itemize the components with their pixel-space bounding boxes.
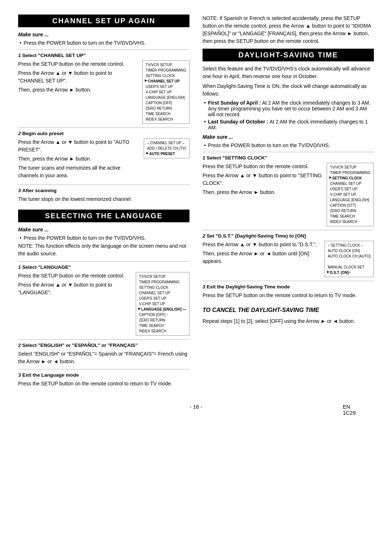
language-step1: 1 Select "LANGUAGE" Press the SETUP butt… (18, 261, 189, 336)
language-step1-body: Press the SETUP button on the remote con… (18, 272, 189, 336)
language-header: SELECTING THE LANGUAGE (18, 210, 189, 222)
channel-step2-text: Press the Arrow ▲ or ▼ button to point t… (18, 138, 140, 181)
daylight-step1-menu: TV/VCR SETUP TIMER PROGRAMMING SETTING C… (327, 163, 374, 226)
language-step1-title: 1 Select "LANGUAGE" (18, 264, 189, 270)
daylight-step1-title: 1 Select "SETTING CLOCK" (203, 155, 374, 161)
channel-setup-header: CHANNEL SET UP AGAIN (18, 15, 189, 27)
daylight-step1: 1 Select "SETTING CLOCK" Press the SETUP… (203, 152, 374, 226)
cancel-title: TO CANCEL THE DAYLIGHT-SAVING TIME (203, 306, 374, 315)
left-column: CHANNEL SET UP AGAIN Make sure ... Press… (18, 15, 189, 389)
language-note: NOTE: This function effects only the lan… (18, 242, 189, 258)
channel-step1-title: 1 Select "CHANNEL SET UP" (18, 53, 189, 58)
daylight-step2-body: Press the Arrow ▲ or ▼ button to point t… (203, 241, 374, 277)
channel-step2-body: Press the Arrow ▲ or ▼ button to point t… (18, 138, 189, 181)
channel-bullet1: Press the POWER button to turn on the TV… (20, 40, 189, 46)
language-step3: 3 Exit the Language mode Press the SETUP… (18, 369, 189, 388)
daylight-step3: 3 Exit the Daylight-Saving Time mode Pre… (203, 281, 374, 299)
language-step1-text: Press the SETUP button on the remote con… (18, 272, 132, 298)
channel-step2-title: 2 Begin auto preset (18, 131, 189, 136)
daylight-intro: Select this feature and the TV/DVD/VHS's… (203, 65, 374, 80)
top-note: NOTE: If Spanish or French is selected a… (203, 15, 374, 45)
channel-step2-menu: – CHANNEL SET UP – ADD / DELETE CH.(TV) … (144, 138, 189, 158)
page-number: - 16 - (189, 404, 202, 410)
footer-lang-code: EN 1C29 (343, 404, 356, 416)
daylight-step3-title: 3 Exit the Daylight-Saving Time mode (203, 284, 374, 289)
page-footer: - 16 - EN 1C29 (18, 404, 374, 410)
daylight-step2-menu: – SETTING CLOCK – AUTO CLOCK [ON] AUTO C… (324, 241, 374, 277)
channel-step1-text: Press the SETUP button on the remote con… (18, 60, 139, 95)
daylight-make-sure: Make sure ... (203, 133, 374, 141)
daylight-bullets: First Sunday of April : At 2 AM the cloc… (203, 100, 374, 130)
language-step2: 2 Select "ENGLISH" or "ESPAÑOL" or "FRAN… (18, 339, 189, 365)
daylight-bullet2: Last Sunday of October : At 2 AM the clo… (204, 119, 374, 130)
page-layout: CHANNEL SET UP AGAIN Make sure ... Press… (18, 15, 374, 389)
right-column: NOTE: If Spanish or French is selected a… (203, 15, 374, 389)
daylight-step1-body: Press the SETUP button on the remote con… (203, 163, 374, 226)
daylight-bullet3: Press the POWER button to turn on the TV… (204, 142, 374, 148)
cancel-section: TO CANCEL THE DAYLIGHT-SAVING TIME Repea… (203, 306, 374, 325)
daylight-bullet1: First Sunday of April : At 2 AM the cloc… (204, 100, 374, 117)
channel-step3: 3 After scanning The tuner stops on the … (18, 185, 189, 203)
language-make-sure: Make sure ... (18, 226, 189, 234)
channel-step1: 1 Select "CHANNEL SET UP" Press the SETU… (18, 49, 189, 124)
channel-step1-body: Press the SETUP button on the remote con… (18, 60, 189, 124)
channel-step3-title: 3 After scanning (18, 188, 189, 193)
daylight-header: DAYLIGHT-SAVING TIME (203, 49, 374, 61)
language-step3-title: 3 Exit the Language mode (18, 372, 189, 378)
daylight-step1-text: Press the SETUP button on the remote con… (203, 163, 323, 198)
language-step2-title: 2 Select "ENGLISH" or "ESPAÑOL" or "FRAN… (18, 343, 189, 348)
daylight-step2-title: 2 Set "D.S.T." (Daylight-Saving Time) to… (203, 233, 374, 239)
language-bullet1: Press the POWER button to turn on the TV… (20, 235, 189, 241)
language-step1-menu: TV/VCR SETUP TIMER PROGRAMMING SETTING C… (136, 272, 189, 336)
channel-make-sure: Make sure ... (18, 31, 189, 39)
daylight-step2: 2 Set "D.S.T." (Daylight-Saving Time) to… (203, 230, 374, 277)
cancel-text: Repeat steps [1] to [2], select [OFF] us… (203, 317, 374, 325)
daylight-para2: When Daylight-Saving Time is ON, the clo… (203, 82, 374, 98)
channel-step2: 2 Begin auto preset Press the Arrow ▲ or… (18, 127, 189, 181)
daylight-step2-text: Press the Arrow ▲ or ▼ button to point t… (203, 241, 321, 267)
channel-step1-menu: TV/VCR SETUP TIMER PROGRAMMING SETTING C… (142, 60, 189, 124)
